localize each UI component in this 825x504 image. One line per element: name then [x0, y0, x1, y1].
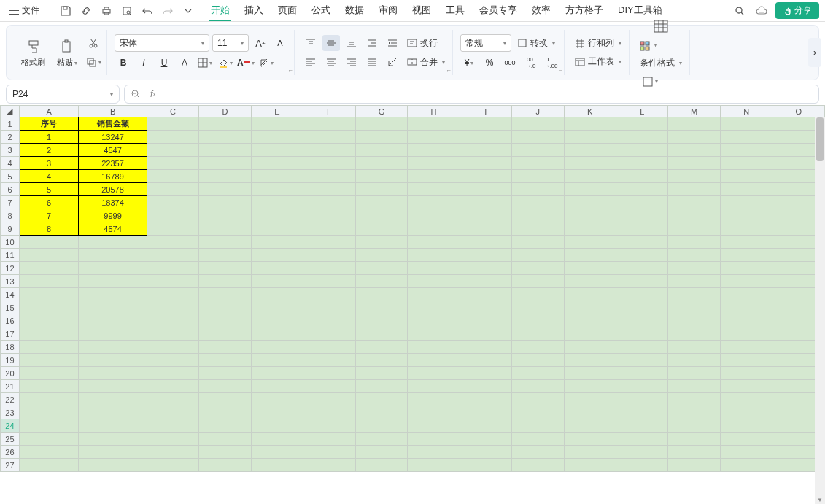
cell[interactable] [79, 419, 147, 433]
cell[interactable] [460, 406, 511, 419]
row-header[interactable]: 27 [1, 459, 20, 472]
cell[interactable] [408, 327, 460, 341]
preview-icon[interactable] [119, 3, 135, 19]
cell[interactable] [512, 419, 564, 433]
cell[interactable] [616, 433, 667, 446]
cell[interactable] [147, 380, 198, 393]
tab-ffgz[interactable]: 方方格子 [564, 1, 605, 21]
cell[interactable] [355, 459, 407, 472]
cell[interactable] [512, 288, 564, 301]
cell[interactable] [564, 222, 616, 236]
cell[interactable] [460, 131, 511, 144]
formula-input[interactable] [164, 89, 814, 99]
wrap-button[interactable]: 换行 [404, 36, 441, 51]
row-header[interactable]: 1 [1, 117, 20, 131]
cell[interactable] [251, 288, 303, 301]
cell[interactable] [616, 170, 667, 183]
cell[interactable] [512, 222, 564, 236]
cell[interactable] [19, 288, 78, 301]
cell[interactable] [668, 288, 720, 301]
cell[interactable] [147, 341, 198, 354]
cell[interactable] [147, 301, 198, 314]
cell[interactable] [303, 327, 355, 341]
cell[interactable] [199, 249, 251, 262]
cell[interactable] [303, 301, 355, 314]
cell[interactable] [668, 222, 720, 236]
cell[interactable] [19, 393, 78, 406]
cell[interactable] [355, 433, 407, 446]
increase-font-icon[interactable]: A+ [252, 35, 269, 51]
cell[interactable] [720, 380, 772, 393]
cell[interactable] [147, 354, 198, 367]
cell[interactable] [251, 380, 303, 393]
table-format-button[interactable] [637, 16, 685, 36]
cell[interactable] [720, 117, 772, 131]
row-header[interactable]: 20 [1, 367, 20, 380]
col-header[interactable]: L [616, 106, 667, 117]
cell[interactable] [512, 314, 564, 327]
cell[interactable] [355, 222, 407, 236]
cell[interactable] [564, 157, 616, 170]
link-icon[interactable] [78, 3, 94, 19]
indent-decrease-icon[interactable] [363, 35, 381, 51]
cell[interactable] [512, 406, 564, 419]
cell[interactable] [408, 170, 460, 183]
cell[interactable] [251, 446, 303, 459]
cell[interactable] [79, 288, 147, 301]
cell[interactable] [303, 393, 355, 406]
cell[interactable] [19, 406, 78, 419]
ribbon-expand-icon[interactable]: › [808, 38, 821, 67]
cell[interactable] [251, 419, 303, 433]
cell[interactable] [251, 354, 303, 367]
cell[interactable] [79, 354, 147, 367]
copy-icon[interactable]: ▾ [85, 54, 102, 70]
cell[interactable] [408, 209, 460, 222]
cell[interactable] [616, 367, 667, 380]
cell[interactable] [460, 183, 511, 196]
cell[interactable] [720, 446, 772, 459]
cell[interactable] [668, 459, 720, 472]
cell[interactable] [512, 262, 564, 275]
cell[interactable] [564, 419, 616, 433]
cell[interactable] [251, 131, 303, 144]
cell[interactable] [668, 341, 720, 354]
cell[interactable] [251, 393, 303, 406]
cell[interactable] [303, 419, 355, 433]
cell[interactable] [564, 314, 616, 327]
cell[interactable] [147, 157, 198, 170]
cell[interactable] [616, 157, 667, 170]
cell[interactable]: 3 [19, 157, 78, 170]
cond-format-button[interactable]: 条件格式▾ [637, 55, 685, 71]
cell[interactable] [564, 288, 616, 301]
row-header[interactable]: 4 [1, 157, 20, 170]
cell[interactable] [19, 249, 78, 262]
cell[interactable] [251, 367, 303, 380]
cell[interactable] [668, 406, 720, 419]
cell[interactable] [355, 170, 407, 183]
row-header[interactable]: 17 [1, 327, 20, 341]
cell[interactable] [355, 157, 407, 170]
cell[interactable] [668, 354, 720, 367]
cell[interactable] [564, 196, 616, 209]
cell[interactable] [408, 367, 460, 380]
cell[interactable] [408, 144, 460, 157]
cell[interactable] [668, 262, 720, 275]
bold-button[interactable]: B [115, 55, 132, 71]
tab-insert[interactable]: 插入 [243, 1, 265, 21]
cell[interactable] [564, 406, 616, 419]
cell[interactable] [79, 301, 147, 314]
cell[interactable]: 序号 [19, 117, 78, 131]
cell[interactable] [79, 367, 147, 380]
name-box[interactable]: P24 ▾ [6, 85, 120, 104]
cell[interactable] [303, 157, 355, 170]
cell[interactable] [199, 131, 251, 144]
row-header[interactable]: 25 [1, 433, 20, 446]
cell[interactable] [668, 183, 720, 196]
cell[interactable] [512, 380, 564, 393]
cell[interactable] [355, 249, 407, 262]
cell[interactable] [512, 117, 564, 131]
cell[interactable] [720, 157, 772, 170]
cell[interactable] [460, 314, 511, 327]
number-group-expand-icon[interactable]: ⌐ [559, 66, 562, 74]
cell[interactable] [147, 314, 198, 327]
